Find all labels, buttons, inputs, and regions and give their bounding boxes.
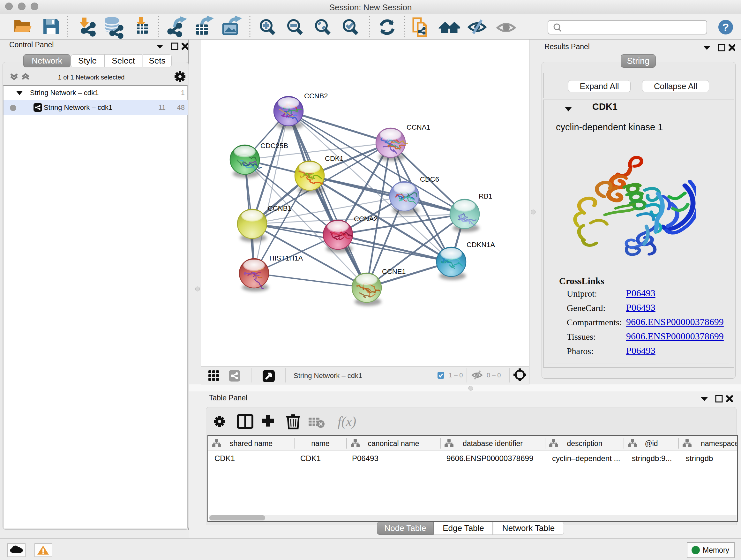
svg-text:HIST1H1A: HIST1H1A (269, 254, 303, 262)
svg-text:RB1: RB1 (479, 192, 492, 200)
svg-text:database identifier: database identifier (463, 439, 523, 448)
svg-text:?: ? (723, 21, 729, 33)
svg-text:shared name: shared name (230, 439, 273, 448)
svg-text:CCNA1: CCNA1 (407, 123, 430, 131)
svg-text:CDC25B: CDC25B (260, 142, 288, 150)
svg-text:String Network – cdk1: String Network – cdk1 (293, 372, 362, 380)
svg-text:name: name (311, 439, 330, 448)
svg-text:CCNB1: CCNB1 (268, 204, 292, 212)
svg-text:CDC6: CDC6 (420, 175, 439, 183)
svg-text:CDKN1A: CDKN1A (467, 241, 495, 249)
svg-text:0 – 0: 0 – 0 (487, 372, 501, 379)
svg-text:f(x): f(x) (338, 414, 356, 429)
svg-text:namespace: namespace (701, 439, 737, 448)
svg-text:1 – 0: 1 – 0 (449, 372, 463, 379)
svg-text:description: description (567, 439, 602, 448)
svg-text:CCNB2: CCNB2 (304, 92, 328, 100)
svg-text:CCNE1: CCNE1 (382, 267, 406, 275)
svg-text:CCNA2: CCNA2 (354, 215, 378, 223)
svg-text:canonical name: canonical name (367, 439, 419, 448)
svg-text:Memory: Memory (703, 546, 730, 554)
svg-text:CDK1: CDK1 (325, 154, 344, 163)
svg-text:@id: @id (645, 439, 658, 448)
